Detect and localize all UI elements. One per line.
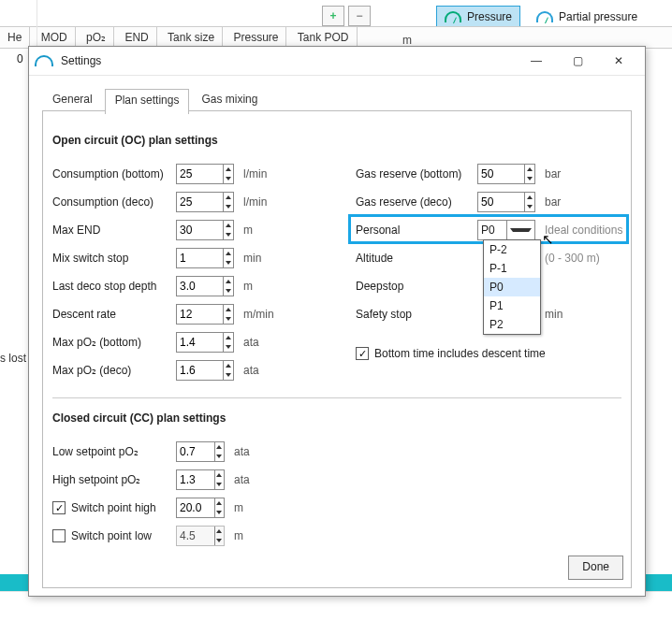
col-end[interactable]: END <box>117 27 156 48</box>
gas-res-deco-input[interactable] <box>478 193 524 211</box>
gauge-icon <box>445 11 461 22</box>
opt-p0[interactable]: P0 <box>484 278 540 296</box>
sw-low-checkbox[interactable] <box>52 529 66 542</box>
opt-p1[interactable]: P1 <box>484 296 540 315</box>
unit: l/min <box>243 167 281 180</box>
lbl-deepstop: Deepstop <box>356 280 477 293</box>
col-tankpod[interactable]: Tank POD <box>290 27 358 48</box>
opt-p-1[interactable]: P-1 <box>484 259 540 278</box>
pressure-toggle[interactable]: Pressure <box>436 6 520 28</box>
tab-plan[interactable]: Plan settings <box>105 89 190 114</box>
col-pressure[interactable]: Pressure <box>226 27 286 48</box>
sw-low-input <box>177 527 214 545</box>
m-label: m <box>402 34 412 47</box>
low-sp-input[interactable] <box>177 442 214 461</box>
pressure-label: Pressure <box>467 10 512 23</box>
lbl-altitude: Altitude <box>356 252 477 265</box>
cons-deco-input[interactable] <box>177 193 223 211</box>
lbl-gas-res-bottom: Gas reserve (bottom) <box>356 167 477 180</box>
remove-button[interactable]: − <box>348 6 371 26</box>
sw-high-checkbox[interactable] <box>52 501 66 514</box>
lbl-gas-res-deco: Gas reserve (deco) <box>356 195 477 209</box>
last-deco-input[interactable] <box>177 277 223 296</box>
maximize-button[interactable]: ▢ <box>557 48 598 74</box>
cc-title: Closed circuit (CC) plan settings <box>52 411 621 425</box>
oc-title: Open circuit (OC) plan settings <box>52 134 621 147</box>
col-po2[interactable]: pO₂ <box>79 27 114 48</box>
lbl-cons-bottom: Consumption (bottom) <box>52 167 176 180</box>
lbl-safety-stop: Safety stop <box>356 308 477 321</box>
lbl-max-end: Max END <box>52 224 176 237</box>
lbl-cons-deco: Consumption (deco) <box>52 195 176 209</box>
sw-high-input[interactable] <box>177 498 214 517</box>
mix-switch-input[interactable] <box>177 249 223 267</box>
lbl-personal: Personal <box>356 224 477 237</box>
bottom-time-checkbox[interactable] <box>356 347 369 360</box>
close-button[interactable]: ✕ <box>598 48 639 74</box>
col-mod[interactable]: MOD <box>34 27 76 48</box>
cons-bottom-input[interactable] <box>177 165 223 183</box>
personal-select[interactable]: P0 <box>477 220 535 240</box>
titlebar[interactable]: Settings — ▢ ✕ <box>29 47 645 76</box>
lbl-sw-high: Switch point high <box>71 501 156 514</box>
done-button[interactable]: Done <box>568 556 623 580</box>
divider <box>52 397 621 398</box>
personal-dropdown[interactable]: P-2 P-1 P0 P1 P2 <box>483 239 541 335</box>
lbl-last-deco: Last deco stop depth <box>52 280 176 293</box>
gas-res-bottom-input[interactable] <box>478 165 524 183</box>
tabs: General Plan settings Gas mixing <box>42 88 632 111</box>
col-tanksize[interactable]: Tank size <box>160 27 223 48</box>
lbl-bottom-time: Bottom time includes descent time <box>374 347 546 360</box>
lbl-mix-switch: Mix switch stop <box>52 252 176 265</box>
tab-plan-page: Open circuit (OC) plan settings Consumpt… <box>42 111 632 588</box>
window-title: Settings <box>61 54 101 67</box>
altitude-hint: (0 - 300 m) <box>545 252 600 265</box>
descent-rate-input[interactable] <box>177 305 223 324</box>
lbl-low-sp: Low setpoint pO₂ <box>52 445 176 458</box>
spin-up[interactable] <box>224 165 233 174</box>
add-button[interactable]: + <box>322 6 344 26</box>
partial-pressure-toggle[interactable]: Partial pressure <box>528 6 646 28</box>
opt-p-2[interactable]: P-2 <box>484 240 540 259</box>
gauge-icon <box>536 11 553 22</box>
max-end-input[interactable] <box>177 221 223 239</box>
he-value: 0 <box>17 52 23 65</box>
max-po2-bottom-input[interactable] <box>177 333 223 352</box>
max-po2-deco-input[interactable] <box>177 361 223 380</box>
partial-pressure-label: Partial pressure <box>559 10 637 23</box>
minimize-button[interactable]: — <box>516 48 557 74</box>
lbl-max-po2-bottom: Max pO₂ (bottom) <box>52 336 176 349</box>
personal-hint: Ideal conditions <box>545 224 622 237</box>
high-sp-input[interactable] <box>177 470 214 489</box>
settings-dialog: Settings — ▢ ✕ General Plan settings Gas… <box>28 46 646 597</box>
s-lost-label: s lost <box>0 352 26 365</box>
app-icon <box>35 55 53 66</box>
lbl-descent-rate: Descent rate <box>52 308 176 321</box>
lbl-max-po2-deco: Max pO₂ (deco) <box>52 364 176 377</box>
tab-general[interactable]: General <box>42 88 103 113</box>
tab-gas[interactable]: Gas mixing <box>191 88 268 113</box>
opt-p2[interactable]: P2 <box>484 315 540 334</box>
spin-down[interactable] <box>224 174 233 183</box>
chevron-down-icon <box>506 221 535 239</box>
lbl-sw-low: Switch point low <box>71 529 152 542</box>
lbl-high-sp: High setpoint pO₂ <box>52 473 176 486</box>
personal-value: P0 <box>478 224 506 237</box>
